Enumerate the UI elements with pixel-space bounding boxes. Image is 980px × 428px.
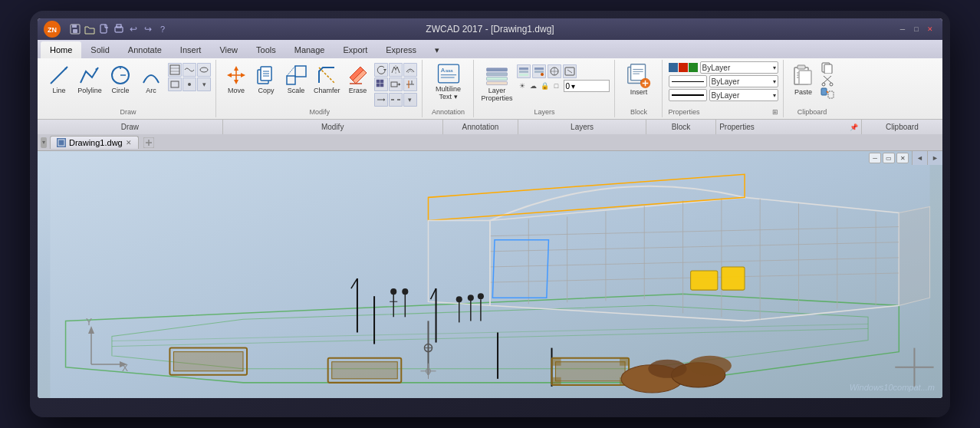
properties-section-label: Properties 📌: [716, 120, 862, 134]
circle-tool-btn[interactable]: Circle: [107, 61, 134, 97]
move-icon: [224, 63, 248, 87]
svg-point-67: [541, 73, 544, 76]
tab-annotate[interactable]: Annotate: [119, 41, 171, 58]
new-doc-btn[interactable]: [142, 137, 156, 148]
svg-rect-61: [487, 81, 508, 84]
copy-tool-btn[interactable]: Copy: [252, 61, 280, 97]
point-tool[interactable]: [183, 77, 196, 91]
viewport-nav-arrows: ◄ ►: [912, 151, 942, 165]
more-modify-tool[interactable]: ▾: [403, 93, 417, 107]
maximize-btn[interactable]: □: [910, 24, 922, 35]
erase-tool-btn[interactable]: Erase: [344, 61, 372, 97]
tab-home[interactable]: Home: [41, 41, 81, 58]
arc-label: Arc: [146, 87, 156, 95]
layer-sun-icon[interactable]: ☀: [517, 81, 528, 91]
clipboard-cut-btn[interactable]: [820, 74, 835, 87]
viewport-controls: ─ ▭ ✕: [869, 153, 909, 163]
drawing1-tab[interactable]: Drawing1.dwg ✕: [50, 136, 139, 149]
clipboard-matchprop-btn[interactable]: [820, 87, 835, 100]
tab-view[interactable]: View: [210, 41, 247, 58]
svg-text:ZN: ZN: [48, 26, 57, 34]
svg-rect-58: [487, 68, 508, 71]
modify-label: Modify: [310, 108, 331, 116]
hatch-tool[interactable]: [168, 63, 182, 77]
layer-state-btn[interactable]: [532, 64, 546, 78]
scale-tool-btn[interactable]: Scale: [282, 61, 310, 97]
nav-left-btn[interactable]: ◄: [912, 151, 927, 165]
doc-tab-bar: ▾ Drawing1.dwg ✕: [38, 134, 942, 151]
doc-tab-icon: [57, 138, 66, 147]
tab-export[interactable]: Export: [334, 41, 377, 58]
print-qa-btn[interactable]: [112, 22, 126, 36]
open-qa-btn[interactable]: [83, 22, 97, 36]
svg-rect-65: [534, 67, 544, 70]
nav-right-btn[interactable]: ►: [927, 151, 942, 165]
clipboard-copy-btn[interactable]: [820, 61, 835, 74]
extend-tool[interactable]: [374, 93, 388, 107]
save-qa-btn[interactable]: [68, 22, 82, 36]
layer-cloud-icon[interactable]: ☁: [528, 81, 539, 91]
wave-tool[interactable]: [183, 63, 196, 77]
break-tool[interactable]: [389, 93, 403, 107]
tab-express[interactable]: Express: [377, 41, 426, 58]
vp-close-btn[interactable]: ✕: [896, 153, 909, 163]
mirror-tool[interactable]: [389, 63, 403, 77]
close-btn[interactable]: ✕: [924, 24, 936, 35]
layer-square-icon[interactable]: □: [551, 81, 562, 91]
linetype-bylayer-dropdown[interactable]: ByLayer ▾: [709, 75, 778, 87]
layer-lock-icon[interactable]: 🔒: [540, 81, 551, 91]
insert-btn[interactable]: Insert: [625, 61, 653, 97]
color-bylayer-dropdown[interactable]: ByLayer ▾: [700, 61, 778, 74]
copy-label: Copy: [258, 87, 274, 95]
layer-isolate-btn[interactable]: [548, 64, 561, 78]
move-tool-btn[interactable]: Move: [222, 61, 250, 97]
svg-rect-18: [171, 81, 179, 87]
array-tool[interactable]: [374, 77, 388, 91]
tab-tools[interactable]: Tools: [247, 41, 285, 58]
svg-rect-66: [534, 71, 544, 73]
line-label: Line: [52, 87, 65, 95]
paste-btn[interactable]: Paste: [790, 61, 817, 97]
polyline-tool-btn[interactable]: Polyline: [76, 61, 104, 97]
undo-btn[interactable]: ↩: [127, 22, 140, 36]
tab-solid[interactable]: Solid: [81, 41, 118, 58]
properties-expand-btn[interactable]: ⊞: [772, 108, 778, 116]
draw-extra-tools: ▾: [168, 63, 211, 91]
svg-rect-93: [821, 88, 827, 95]
line-tool-btn[interactable]: Line: [45, 61, 73, 97]
tab-insert[interactable]: Insert: [171, 41, 211, 58]
tab-manage[interactable]: Manage: [285, 41, 334, 58]
quick-access-toolbar: ↩ ↪ ?: [68, 22, 169, 36]
new-qa-btn[interactable]: [97, 22, 111, 36]
redo-btn[interactable]: ↪: [141, 22, 155, 36]
minimize-btn[interactable]: ─: [896, 24, 909, 35]
doc-tab-scroll-left[interactable]: ▾: [41, 137, 47, 148]
rotate-tool[interactable]: [374, 63, 388, 77]
offset-tool[interactable]: [403, 63, 417, 77]
doc-tab-close-btn[interactable]: ✕: [126, 139, 132, 147]
erase-label: Erase: [349, 87, 367, 95]
layers-label: Layers: [534, 108, 555, 116]
layer-name-dropdown[interactable]: 0 ▾: [564, 80, 610, 92]
vp-minimize-btn[interactable]: ─: [869, 153, 881, 163]
properties-pin-btn[interactable]: 📌: [850, 123, 858, 131]
layer-manager-btn[interactable]: [517, 64, 531, 78]
svg-line-72: [567, 70, 572, 73]
arc-tool-btn[interactable]: Arc: [137, 61, 165, 97]
help-btn[interactable]: ?: [156, 22, 169, 36]
ellipse-tool[interactable]: [197, 63, 211, 77]
multiline-text-btn[interactable]: A aaa MultilineText ▾: [429, 61, 469, 101]
trim-tool[interactable]: [403, 77, 417, 91]
zwcad-logo[interactable]: ZN: [44, 21, 61, 38]
layer-freeze-btn[interactable]: [563, 64, 577, 78]
stretch-tool[interactable]: [389, 77, 403, 91]
viewport[interactable]: ◄ ► ─ ▭ ✕: [38, 151, 942, 398]
more-draw-tool[interactable]: ▾: [197, 77, 211, 91]
rect-tool[interactable]: [168, 77, 182, 91]
layer-properties-btn[interactable]: LayerProperties: [480, 61, 515, 104]
lineweight-bylayer-dropdown[interactable]: ByLayer ▾: [709, 89, 778, 101]
tab-more[interactable]: ▾: [426, 41, 449, 58]
vp-restore-btn[interactable]: ▭: [883, 153, 895, 163]
chamfer-tool-btn[interactable]: Chamfer: [312, 61, 342, 97]
chamfer-icon: [314, 63, 339, 87]
